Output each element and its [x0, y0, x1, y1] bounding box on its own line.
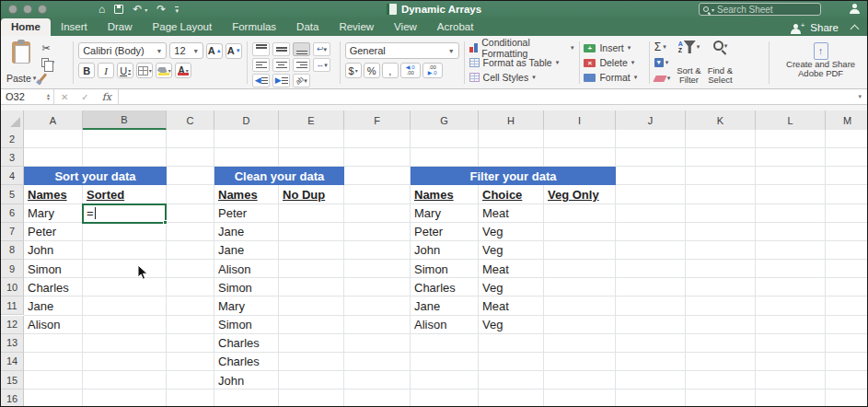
align-middle-button[interactable] [272, 42, 290, 56]
cell-A12[interactable]: Alison [24, 316, 138, 334]
cell-H8[interactable]: Veg [479, 241, 599, 260]
delete-cells-button[interactable]: × Delete▾ [584, 56, 643, 69]
tab-view[interactable]: View [384, 18, 427, 36]
cell-B5[interactable]: Sorted [83, 185, 167, 204]
format-painter-icon[interactable] [39, 73, 47, 82]
cell-A11[interactable]: Jane [24, 297, 138, 315]
row-header-15[interactable]: 15 [1, 371, 24, 390]
find-select-button[interactable]: ▾ Find &Select [708, 40, 733, 86]
column-header-L[interactable]: L [756, 110, 826, 130]
home-icon[interactable]: ⌂ [98, 4, 105, 15]
cell-H5[interactable]: Choice [479, 185, 544, 204]
cell-A7[interactable]: Peter [24, 223, 138, 241]
orientation-button[interactable]: ab▾ [293, 74, 310, 87]
banner-sort-your-data[interactable]: Sort your data [24, 167, 167, 185]
name-box[interactable]: O32 [1, 89, 43, 104]
undo-icon[interactable]: ↶ [133, 4, 142, 15]
cell-D12[interactable]: Simon [214, 316, 334, 334]
autosum-icon[interactable]: Σ [654, 41, 661, 53]
font-name-select[interactable]: Calibri (Body)▼ [78, 42, 167, 59]
cell-A5[interactable]: Names [24, 185, 83, 204]
enter-icon[interactable]: ✓ [75, 92, 95, 102]
cell-D14[interactable]: Charles [214, 353, 334, 371]
zoom-window-icon[interactable] [38, 5, 47, 14]
font-size-select[interactable]: 12▼ [169, 42, 203, 59]
percent-button[interactable]: % [364, 63, 380, 78]
cell-styles-button[interactable]: Cell Styles▾ [469, 71, 574, 84]
column-header-G[interactable]: G [411, 110, 479, 130]
cancel-icon[interactable]: ✕ [54, 92, 75, 102]
cell-G5[interactable]: Names [411, 185, 479, 204]
column-header-B[interactable]: B [83, 110, 167, 130]
sort-filter-button[interactable]: AZ ▾ Sort &Filter [677, 40, 700, 86]
cell-H11[interactable]: Meat [479, 297, 599, 315]
minimize-window-icon[interactable] [23, 5, 32, 14]
fill-color-button[interactable]: ▾ [156, 63, 172, 78]
underline-button[interactable]: U▾ [117, 63, 133, 78]
borders-button[interactable]: ▾ [136, 63, 153, 78]
cell-H7[interactable]: Veg [479, 223, 599, 241]
row-header-3[interactable]: 3 [1, 148, 24, 167]
cell-H12[interactable]: Veg [479, 316, 599, 334]
tab-insert[interactable]: Insert [51, 18, 98, 36]
align-right-button[interactable] [293, 58, 310, 72]
column-header-E[interactable]: E [279, 110, 344, 130]
select-all-corner[interactable] [1, 110, 24, 130]
tab-acrobat[interactable]: Acrobat [427, 18, 484, 36]
cell-A10[interactable]: Charles [24, 278, 138, 297]
font-color-button[interactable]: A▾ [175, 63, 191, 78]
column-header-F[interactable]: F [344, 110, 411, 130]
formula-input[interactable] [119, 89, 858, 104]
cell-D7[interactable]: Jane [214, 223, 334, 241]
customize-toolbar-icon[interactable]: ▾ [175, 6, 179, 13]
copy-icon[interactable] [41, 58, 49, 67]
shrink-font-button[interactable]: A▼ [226, 43, 242, 59]
format-cells-button[interactable]: Format▾ [584, 71, 643, 84]
insert-cells-button[interactable]: + Insert▾ [584, 41, 643, 54]
decrease-indent-button[interactable]: ◀ [252, 74, 270, 87]
column-header-I[interactable]: I [544, 110, 616, 130]
banner-clean-your-data[interactable]: Clean your data [214, 167, 344, 185]
row-header-6[interactable]: 6 [1, 204, 24, 223]
italic-button[interactable]: I [98, 63, 114, 78]
cell-H9[interactable]: Meat [479, 260, 599, 278]
row-header-12[interactable]: 12 [1, 316, 24, 334]
number-format-select[interactable]: General▼ [345, 42, 459, 59]
wrap-text-button[interactable]: ↩▾ [313, 42, 330, 56]
align-bottom-button[interactable] [293, 42, 310, 56]
row-header-8[interactable]: 8 [1, 241, 24, 260]
column-header-J[interactable]: J [616, 110, 686, 130]
row-header-9[interactable]: 9 [1, 260, 24, 278]
name-box-spinner[interactable]: ▲▼ [43, 93, 53, 100]
tab-review[interactable]: Review [329, 18, 384, 36]
bold-button[interactable]: B [78, 63, 95, 78]
cell-I5[interactable]: Veg Only [544, 185, 616, 204]
row-header-14[interactable]: 14 [1, 353, 24, 371]
clear-icon[interactable] [653, 76, 666, 82]
cell-D15[interactable]: John [214, 371, 334, 390]
redo-icon[interactable]: ↷ [156, 4, 166, 15]
save-icon[interactable] [114, 5, 123, 14]
row-header-7[interactable]: 7 [1, 223, 24, 241]
cell-D13[interactable]: Charles [214, 334, 334, 353]
column-header-A[interactable]: A [24, 110, 83, 130]
column-header-C[interactable]: C [167, 110, 214, 130]
column-header-H[interactable]: H [479, 110, 544, 130]
row-header-10[interactable]: 10 [1, 278, 24, 297]
fill-handle[interactable] [163, 220, 168, 225]
column-header-K[interactable]: K [686, 110, 756, 130]
align-center-button[interactable] [272, 58, 290, 72]
row-header-11[interactable]: 11 [1, 297, 24, 315]
insert-function-icon[interactable]: fx [96, 91, 118, 103]
undo-dropdown-icon[interactable]: ▾ [145, 6, 147, 13]
row-header-2[interactable]: 2 [1, 130, 24, 148]
fill-icon[interactable]: ▼ [654, 58, 664, 67]
column-header-D[interactable]: D [214, 110, 279, 130]
tab-data[interactable]: Data [286, 18, 329, 36]
cell-H6[interactable]: Meat [479, 204, 599, 223]
row-header-13[interactable]: 13 [1, 334, 24, 353]
currency-button[interactable]: $▾ [345, 63, 362, 78]
cell-E5[interactable]: No Dup [279, 185, 344, 204]
comma-button[interactable]: , [382, 63, 399, 78]
row-header-4[interactable]: 4 [1, 167, 24, 185]
